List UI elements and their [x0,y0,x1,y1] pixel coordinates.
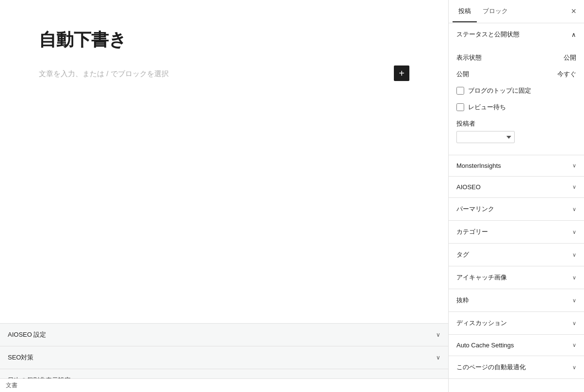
panel-aioseo-header[interactable]: AIOSEO [449,177,584,197]
panel-status-visibility-content: 表示状態 公開 公開 今すぐ ブログのトップに固定 レビュー待ち 投稿者 [449,46,584,155]
panel-featured-image-label: アイキャッチ画像 [456,273,507,282]
visibility-value[interactable]: 公開 [564,53,576,62]
panel-monster-insights-chevron [572,163,576,169]
editor-main: 自動下書き 文章を入力、または / でブロックを選択 + AIOSEO 設定 S… [0,0,448,392]
panel-tag-label: タグ [456,250,469,259]
panel-monster-insights-header[interactable]: MonsterInsights [449,155,584,176]
panel-tag: タグ [449,244,584,266]
tab-post[interactable]: 投稿 [453,1,477,22]
panel-excerpt-chevron [572,297,576,304]
panel-featured-image-chevron [572,275,576,281]
panel-auto-optimize-chevron [572,364,576,371]
author-label: 投稿者 [456,119,576,128]
sidebar-tabs: 投稿 ブロック × [449,0,584,23]
sidebar-panels: ステータスと公開状態 表示状態 公開 公開 今すぐ ブログのトップに固定 [449,23,584,392]
panel-permalink: パーマリンク [449,198,584,221]
panel-excerpt-label: 抜粋 [456,296,469,305]
tab-block[interactable]: ブロック [477,1,514,22]
panel-permalink-header[interactable]: パーマリンク [449,198,584,220]
panel-auto-cache-header[interactable]: Auto Cache Settings [449,335,584,356]
publish-value[interactable]: 今すぐ [557,70,576,79]
sticky-checkbox[interactable] [456,87,464,95]
panel-permalink-chevron [572,206,576,212]
review-label: レビュー待ち [468,103,506,112]
bottom-panel-seo-chevron [436,354,440,361]
visibility-label: 表示状態 [456,53,482,62]
panel-discussion-header[interactable]: ディスカッション [449,312,584,334]
bottom-panel-seo-label: SEO対策 [8,353,33,362]
publish-label: 公開 [456,70,469,79]
panel-auto-cache-label: Auto Cache Settings [456,342,514,349]
sidebar-close-button[interactable]: × [567,4,580,18]
panel-auto-optimize-header[interactable]: このページの自動最適化 [449,356,584,378]
panel-aioseo-label: AIOSEO [456,183,481,191]
panel-featured-image-header[interactable]: アイキャッチ画像 [449,266,584,289]
panel-excerpt-header[interactable]: 抜粋 [449,289,584,311]
panel-auto-optimize-label: このページの自動最適化 [456,363,526,372]
panel-tag-header[interactable]: タグ [449,244,584,266]
post-title[interactable]: 自動下書き [39,29,409,50]
panel-monster-insights: MonsterInsights [449,155,584,177]
review-checkbox-row: レビュー待ち [456,99,576,115]
panel-monster-insights-label: MonsterInsights [456,162,501,169]
review-checkbox[interactable] [456,103,464,111]
editor-placeholder-area: 文章を入力、または / でブロックを選択 + [39,69,409,79]
panel-category-header[interactable]: カテゴリー [449,221,584,243]
editor-placeholder[interactable]: 文章を入力、または / でブロックを選択 [39,69,169,79]
panel-status-visibility-label: ステータスと公開状態 [456,30,519,39]
panel-auto-cache: Auto Cache Settings [449,335,584,356]
panel-status-visibility-chevron [571,31,576,38]
panel-permalink-label: パーマリンク [456,205,494,213]
panel-category-chevron [572,229,576,235]
panel-excerpt: 抜粋 [449,289,584,312]
visibility-row: 表示状態 公開 [456,49,576,66]
panel-featured-image: アイキャッチ画像 [449,266,584,289]
panel-status-visibility: ステータスと公開状態 表示状態 公開 公開 今すぐ ブログのトップに固定 [449,23,584,155]
author-wrapper: 投稿者 [456,115,576,147]
bottom-panel-aioseo-settings-label: AIOSEO 設定 [8,330,46,339]
bottom-panel-seo: SEO対策 [0,346,448,369]
panel-category: カテゴリー [449,221,584,244]
panel-aioseo: AIOSEO [449,177,584,198]
status-text: 文書 [6,381,17,390]
bottom-panel-aioseo-settings: AIOSEO 設定 [0,324,448,346]
panel-status-visibility-header[interactable]: ステータスと公開状態 [449,23,584,46]
panel-auto-optimize: このページの自動最適化 [449,356,584,379]
sticky-label: ブログのトップに固定 [468,86,531,95]
sidebar: 投稿 ブロック × ステータスと公開状態 表示状態 公開 公開 今すぐ [448,0,584,392]
bottom-panel-seo-header[interactable]: SEO対策 [0,346,448,369]
panel-tag-chevron [572,252,576,258]
panel-category-label: カテゴリー [456,228,488,236]
panel-aioseo-chevron [572,184,576,190]
editor-content: 自動下書き 文章を入力、または / でブロックを選択 + [0,0,448,323]
panel-discussion: ディスカッション [449,312,584,335]
publish-row: 公開 今すぐ [456,66,576,82]
status-bar: 文書 [0,378,448,392]
panel-auto-cache-chevron [572,342,576,348]
author-select[interactable] [456,131,515,143]
add-block-button[interactable]: + [394,65,409,81]
sticky-checkbox-row: ブログのトップに固定 [456,82,576,99]
bottom-panel-aioseo-settings-header[interactable]: AIOSEO 設定 [0,324,448,346]
bottom-panel-aioseo-settings-chevron [436,331,440,338]
panel-discussion-label: ディスカッション [456,319,507,327]
panel-discussion-chevron [572,320,576,327]
